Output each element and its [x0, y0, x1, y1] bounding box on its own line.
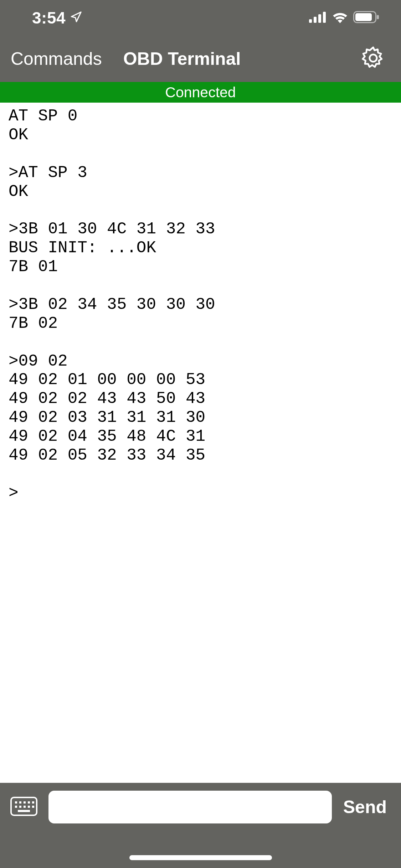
svg-rect-3: [323, 12, 326, 23]
svg-rect-5: [355, 13, 372, 21]
svg-rect-17: [28, 806, 30, 808]
svg-rect-2: [318, 14, 321, 23]
svg-rect-13: [32, 801, 34, 804]
cellular-icon: [309, 11, 327, 24]
terminal-output[interactable]: AT SP 0 OK >AT SP 3 OK >3B 01 30 4C 31 3…: [0, 103, 401, 503]
status-bar: 3:54: [0, 0, 401, 36]
gear-icon: [360, 67, 387, 73]
svg-rect-0: [309, 19, 312, 23]
svg-rect-15: [19, 806, 21, 808]
status-bar-left: 3:54: [32, 8, 82, 27]
svg-rect-19: [18, 810, 30, 812]
home-indicator-area: [0, 831, 401, 868]
connection-status-banner: Connected: [0, 82, 401, 103]
location-icon: [70, 11, 82, 25]
status-bar-right: [309, 11, 380, 25]
keyboard-icon: [10, 811, 38, 817]
svg-rect-11: [24, 801, 26, 804]
connection-status-text: Connected: [165, 84, 236, 101]
command-input[interactable]: [48, 791, 332, 823]
send-button[interactable]: Send: [343, 797, 391, 817]
svg-rect-18: [32, 806, 34, 808]
wifi-icon: [332, 11, 348, 25]
keyboard-button[interactable]: [10, 796, 38, 818]
battery-icon: [353, 11, 380, 25]
nav-bar: Commands OBD Terminal: [0, 36, 401, 82]
page-title: OBD Terminal: [123, 48, 241, 69]
svg-point-7: [370, 55, 377, 62]
svg-rect-1: [314, 17, 317, 23]
svg-rect-16: [24, 806, 26, 808]
svg-rect-12: [28, 801, 30, 804]
status-time: 3:54: [32, 8, 66, 27]
svg-rect-10: [19, 801, 21, 804]
home-indicator[interactable]: [129, 855, 272, 860]
svg-rect-9: [15, 801, 17, 804]
svg-rect-6: [377, 15, 379, 19]
back-button[interactable]: Commands: [11, 48, 102, 69]
svg-rect-14: [15, 806, 17, 808]
settings-button[interactable]: [360, 45, 387, 73]
input-toolbar: Send: [0, 783, 401, 831]
